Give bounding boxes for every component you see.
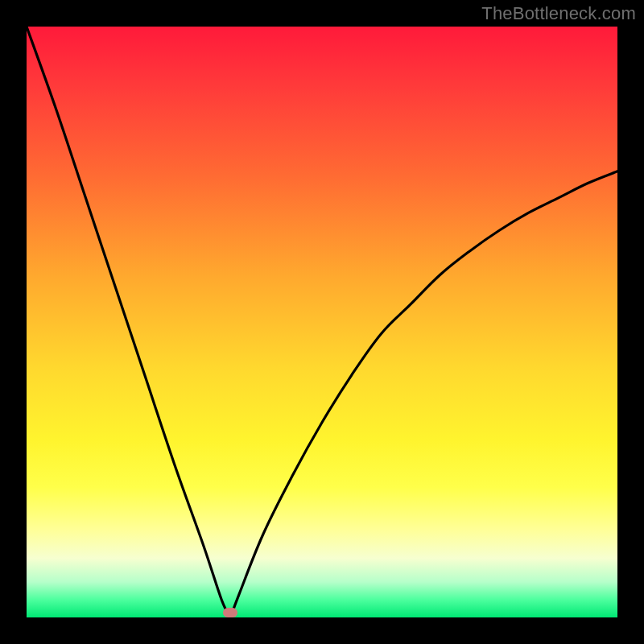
chart-plot-area	[27, 27, 617, 617]
min-marker-icon	[223, 608, 237, 617]
bottleneck-curve	[27, 27, 617, 617]
chart-frame: TheBottleneck.com	[0, 0, 644, 644]
watermark-text: TheBottleneck.com	[481, 3, 636, 24]
